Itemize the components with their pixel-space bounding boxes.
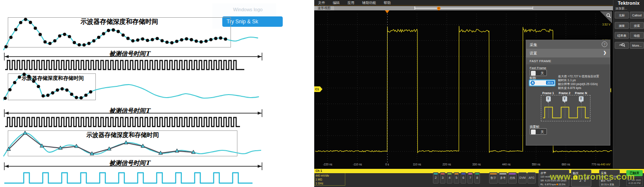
horizontal-position-slider[interactable] xyxy=(414,6,533,10)
channel-number: 4 xyxy=(448,176,450,180)
time-tick-label: 660 ns xyxy=(562,163,570,166)
sidebar-button-plot[interactable]: 绘图 xyxy=(630,32,644,39)
sidebar-button-results-table[interactable]: 结果表 xyxy=(615,32,629,39)
diagram-title: 示波器存储深度和存储时间 xyxy=(8,131,237,139)
horizontal-value: RL: 6.875 kpts xyxy=(540,183,556,186)
sidebar-button-measure[interactable]: 测量 xyxy=(615,22,629,29)
channel-4-button[interactable]: 4 xyxy=(447,172,452,184)
channel1-scale: 440 mV/div xyxy=(316,174,329,177)
channel1-impedance: 1 MΩ xyxy=(316,178,322,181)
help-icon[interactable]: ? xyxy=(602,41,607,47)
button-dvm[interactable]: DVM xyxy=(518,172,527,184)
sidebar-button-callout[interactable]: Callout xyxy=(630,12,644,19)
windows-notification-text: Windows logo xyxy=(233,7,262,12)
tektronix-logo: Tektronix xyxy=(613,0,644,6)
frame-count-input[interactable]: A 20 k xyxy=(529,79,556,86)
frame-count-value[interactable]: 20 k xyxy=(546,81,554,85)
time-tick-label: 550 ns xyxy=(532,163,540,166)
panel-title: 采集 xyxy=(530,42,537,48)
sidebar-button-label: More... xyxy=(632,44,642,47)
horizontal-title: 水平 xyxy=(540,171,546,175)
voltage-tick-label: 3.52 V xyxy=(573,23,610,26)
acquisition-panel-header[interactable]: 采集 ? xyxy=(526,40,610,49)
sidebar-button-cursors[interactable]: 光标 xyxy=(615,12,629,19)
slider-end-cap xyxy=(414,6,415,10)
button-label: 总线 xyxy=(510,176,515,179)
time-tick-label: 440 ns xyxy=(502,163,511,166)
button-color-strip xyxy=(509,173,516,174)
screenshot-canvas: Windows logo Try Snip & Sk 示波器存储深度和存储时间 … xyxy=(0,0,644,187)
channel-color-strip xyxy=(461,173,465,174)
time-tick-label: 110 ns xyxy=(413,163,421,166)
channel-8-button[interactable]: 8 xyxy=(474,172,480,184)
toggle-knob xyxy=(531,130,536,134)
sidebar-button-label: 结果表 xyxy=(617,34,626,37)
chevron-right-icon: ❯ xyxy=(603,51,606,55)
section-label: FAST FRAME xyxy=(530,59,551,63)
channel1-badge[interactable]: Ch 1 440 mV/div 1 MΩ 1 GHz xyxy=(314,169,345,186)
horizontal-value: 23.5% xyxy=(556,183,565,186)
time-tick-label: 770 ns xyxy=(591,163,600,166)
time-tick-label: 220 ns xyxy=(442,163,451,166)
button-reference[interactable]: 参考 xyxy=(499,172,507,184)
sidebar-button-search[interactable]: 搜索 xyxy=(630,22,644,29)
tab-strip: 波形视图 xyxy=(314,6,613,10)
zoom-waveform-icon xyxy=(619,42,625,47)
time-tick-label: -110 ns xyxy=(353,163,362,166)
signal-time-label: 被测信号时间T xyxy=(26,50,233,58)
magnifier-icon xyxy=(606,12,611,20)
time-label: 4:15:00 PM xyxy=(627,182,642,185)
watermark-text: www.cntronics.com xyxy=(550,172,635,182)
sidebar-button-zoom-tool[interactable] xyxy=(615,42,629,49)
channel1-bandwidth: 1 GHz xyxy=(316,182,323,185)
diagram-title: 示波器存储深度和存储时间 xyxy=(8,18,231,26)
slider-track xyxy=(414,8,533,9)
menu-item-2[interactable]: 应用 xyxy=(344,0,358,5)
record-marker-icon xyxy=(556,184,558,185)
menu-item-1[interactable]: 编辑 xyxy=(329,0,344,5)
acq-line3: 10.31 k 采集 xyxy=(601,183,614,187)
fast-frame-section-header[interactable]: FAST FRAME xyxy=(526,57,610,64)
channel-3-button[interactable]: 3 xyxy=(440,172,445,184)
channel-5-button[interactable]: 5 xyxy=(454,172,459,184)
toggle-state-label: 关 xyxy=(541,130,544,134)
menu-item-4[interactable]: 帮助 xyxy=(380,0,395,5)
fast-frame-info-line: 帧时长:1.1 μs xyxy=(558,78,599,82)
frames-pulses-graphic xyxy=(541,95,591,122)
fast-frame-info-line: 帧分辨率:160 ps/pt(6.25 GS/s) xyxy=(558,82,599,86)
summary-frame-toggle[interactable]: 关 xyxy=(530,128,547,135)
sidebar-button-more[interactable]: More... xyxy=(630,42,644,49)
button-bus[interactable]: 总线 xyxy=(508,172,517,184)
fast-frame-info-text: 最大值 =72,727 k 使用当前设置帧时长:1.1 μs帧分辨率:160 p… xyxy=(558,74,599,90)
settings-row[interactable]: 设置 ❯ xyxy=(526,49,610,57)
diagram-sparse-sampling: 示波器存储深度和存储时间 被测信号时间T xyxy=(0,128,276,187)
channel-color-strip xyxy=(475,173,479,174)
concept-diagrams: Windows logo Try Snip & Sk 示波器存储深度和存储时间 … xyxy=(0,0,314,187)
add-new-label: 添加新... xyxy=(616,6,627,11)
fast-frame-info-line: 最大值 =72,727 k 使用当前设置 xyxy=(558,74,599,78)
frames-diagram-box xyxy=(541,95,590,121)
button-color-strip xyxy=(499,173,506,174)
time-tick-label: 330 ns xyxy=(472,163,481,166)
button-label: AFG xyxy=(529,176,534,179)
toggle-knob xyxy=(531,71,536,76)
expansion-point-marker[interactable] xyxy=(385,10,389,13)
button-afg[interactable]: AFG xyxy=(527,172,536,184)
channel-color-strip xyxy=(455,173,458,174)
channel-6-button[interactable]: 6 xyxy=(461,172,466,184)
channel-number: 6 xyxy=(462,176,464,180)
diagram-title: 示波器存储深度和存储时间 xyxy=(10,75,95,82)
toggle-state-label: 关 xyxy=(541,71,544,76)
tab-waveform-view[interactable]: 波形视图 xyxy=(314,6,334,10)
channel-7-button[interactable]: 7 xyxy=(467,172,473,184)
fast-frame-toggle[interactable]: 关 xyxy=(530,70,547,76)
channel-color-strip xyxy=(448,173,451,174)
channel-number: 2 xyxy=(435,176,436,180)
channel-2-button[interactable]: 2 xyxy=(433,172,439,184)
button-label: 参考 xyxy=(500,176,506,179)
time-tick-label: 0 s xyxy=(385,163,389,166)
menu-item-0[interactable]: 文件 xyxy=(314,0,329,5)
fast-frame-info-line: 帧长度:6.875 kpts xyxy=(558,86,599,90)
button-digital[interactable]: 数字 xyxy=(489,172,498,184)
menu-item-3[interactable]: 辅助功能 xyxy=(358,0,380,5)
